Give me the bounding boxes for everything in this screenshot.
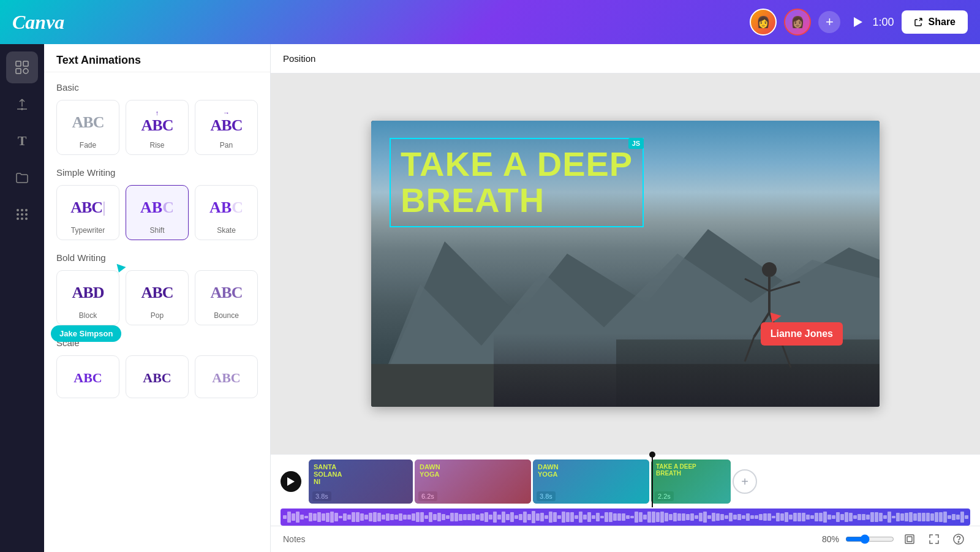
timer-display: 1:00 [872,16,894,29]
zoom-controls: 80% [822,530,968,548]
svg-rect-29 [907,537,912,542]
timeline-clip-3[interactable]: DAWNYOGA 3.8s [533,459,649,504]
svg-rect-28 [905,535,914,543]
svg-line-22 [769,282,800,291]
svg-point-10 [21,213,23,216]
audio-waveform: // Generate waveform bars inline const w… [281,509,970,526]
animation-scale3[interactable]: ABC [195,355,258,398]
main-layout: T Text Animations Basic [0,44,980,552]
add-collaborator-button[interactable]: + [818,11,840,33]
svg-rect-1 [16,61,21,66]
animation-typewriter[interactable]: ABC| Typewriter [56,185,119,240]
svg-point-9 [17,213,19,216]
sidebar-icon-upload[interactable] [6,88,38,120]
person-silhouette [733,257,806,382]
animation-rise[interactable]: ↑ ABC Rise [126,100,189,155]
play-header-button[interactable] [848,12,867,32]
avatar-user1[interactable]: 👩 [750,9,777,36]
svg-rect-2 [23,61,28,66]
panel-title: Text Animations [44,44,270,72]
playhead [652,455,653,507]
svg-point-6 [17,209,19,211]
timeline-play-button[interactable] [281,471,301,492]
avatar-user2[interactable]: 👩🏽 [784,9,811,36]
panel-content: Basic ABC Fade ↑ ABC Rise [44,72,270,420]
section-simple-writing-label: Simple Writing [56,167,258,178]
section-bold-writing-label: Bold Writing [56,252,258,263]
animation-scale2[interactable]: ABC [126,355,189,398]
timeline-clip-1[interactable]: SANTASOLANANI 3.8s [309,459,413,504]
timeline-clip-4[interactable]: TAKE A DEEPBREATH 2.2s [651,459,731,504]
sidebar-icon-folder[interactable] [6,162,38,194]
sidebar-icon-text[interactable]: T [6,125,38,157]
svg-point-14 [25,217,28,220]
sidebar-icon-elements[interactable] [6,51,38,83]
header: Canva 👩 👩🏽 + 1:00 Share [0,0,980,44]
zoom-label: 80% [822,534,839,544]
svg-point-11 [25,213,28,216]
play-timer: 1:00 [848,12,894,32]
bottom-bar: Notes 80% [271,526,980,552]
svg-point-4 [23,69,28,74]
timeline: SANTASOLANANI 3.8s DAWNYOGA 6.2s DAWNYOG… [271,454,980,552]
timeline-clip-2[interactable]: DAWNYOGA 6.2s [415,459,531,504]
fullscreen-button[interactable] [925,530,943,548]
animation-scale1[interactable]: ABC [56,355,119,398]
section-basic-label: Basic [56,82,258,93]
zoom-slider[interactable] [845,534,894,544]
position-label: Position [283,53,315,64]
basic-animations-grid: ABC Fade ↑ ABC Rise → ABC Pan [56,100,258,155]
text-animations-panel: Text Animations Basic ABC Fade ↑ ABC Ris… [44,44,271,552]
share-button[interactable]: Share [902,10,968,34]
clips-container: SANTASOLANANI 3.8s DAWNYOGA 6.2s DAWNYOG… [309,459,970,504]
svg-marker-0 [854,17,862,27]
animation-block[interactable]: ABD Block Jake Simpson [56,270,119,325]
header-right: 👩 👩🏽 + 1:00 Share [750,9,968,36]
timeline-controls: SANTASOLANANI 3.8s DAWNYOGA 6.2s DAWNYOG… [271,455,980,509]
icon-sidebar: T [0,44,44,552]
svg-point-19 [762,262,777,277]
animation-pan[interactable]: → ABC Pan [195,100,258,155]
animation-skate[interactable]: ABC Skate [195,185,258,240]
expand-button[interactable] [900,530,919,548]
svg-point-12 [17,217,19,220]
scale-grid: ABC ABC ABC [56,355,258,398]
lianne-tooltip: Lianne Jones [761,322,843,346]
svg-line-26 [782,343,791,368]
sidebar-icon-apps[interactable] [6,198,38,230]
animation-pop[interactable]: ABC Pop [126,270,189,325]
bold-writing-grid: ABD Block Jake Simpson ABC Pop ABC [56,270,258,325]
svg-point-7 [21,209,23,211]
svg-point-8 [25,209,28,211]
notes-label: Notes [283,534,306,544]
svg-point-31 [958,542,959,543]
svg-rect-3 [16,69,21,74]
canvas-title: TAKE A DEEP BREATH [401,146,633,219]
js-badge: JS [628,138,644,149]
svg-point-5 [21,108,23,110]
svg-line-21 [745,279,769,291]
svg-line-25 [745,337,754,361]
text-overlay-box[interactable]: TAKE A DEEP BREATH JS [390,138,644,227]
canvas-topbar: Position [271,44,980,74]
canvas-area: Position [271,44,980,552]
add-clip-button[interactable]: + [733,469,757,494]
animation-fade[interactable]: ABC Fade [56,100,119,155]
logo: Canva [12,11,64,34]
svg-point-13 [21,217,23,220]
help-button[interactable] [949,530,968,548]
canvas-frame: TAKE A DEEP BREATH JS [371,121,880,407]
animation-bounce[interactable]: ABC Bounce [195,270,258,325]
simple-writing-grid: ABC| Typewriter ABC Shift ABC Skate [56,185,258,240]
jake-tooltip: Jake Simpson [51,325,121,342]
svg-marker-27 [287,477,295,486]
animation-shift[interactable]: ABC Shift [126,185,189,240]
canvas-wrapper: TAKE A DEEP BREATH JS [271,74,980,454]
